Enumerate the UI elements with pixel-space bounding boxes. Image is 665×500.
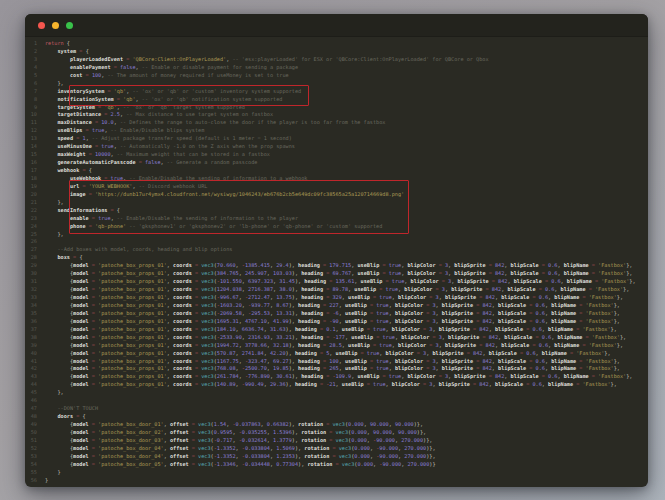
code-line[interactable]: 49 {model = 'patoche_box_door_01', offse… [25,421,648,429]
code-line[interactable]: 55 } [25,469,648,477]
code-line[interactable]: 4 enablePayment = false, -- Enable or di… [25,64,648,72]
code-line[interactable]: 18 useWebhook = true, -- Enable/Disable … [25,175,648,183]
code-line[interactable]: 25 }, [25,231,648,239]
code-line[interactable]: 36 {model = 'patoche_box_props_01', coor… [25,318,648,326]
code-text: speed = 1, -- Adjust package transfer sp… [45,135,292,143]
code-line[interactable]: 50 {model = 'patoche_box_door_02', offse… [25,429,648,437]
code-line[interactable]: 3 playerLoadedEvent = 'QBCore:Client:OnP… [25,56,648,64]
code-line[interactable]: 48 doors = { [25,413,648,421]
line-number: 14 [25,143,37,151]
code-editor-content[interactable]: 1return {2 system = {3 playerLoadedEvent… [25,37,648,485]
code-line[interactable]: 43 {model = 'patoche_box_props_01', coor… [25,373,648,381]
code-line[interactable]: 26 [25,238,648,246]
code-line[interactable]: 52 {model = 'patoche_box_door_04', offse… [25,445,648,453]
code-text: system = { [45,48,89,56]
code-line[interactable]: 12 useBlips = true, -- Enable/Disable bl… [25,127,648,135]
code-line[interactable]: 14 useMinusOne = true, -- Automatically … [25,143,648,151]
line-number: 46 [25,397,37,405]
code-line[interactable]: 53 {model = 'patoche_box_door_04', offse… [25,453,648,461]
line-number: 25 [25,231,37,239]
code-line[interactable]: 51 {model = 'patoche_box_door_03', offse… [25,437,648,445]
code-line[interactable]: 46 [25,397,648,405]
code-line[interactable]: 44 {model = 'patoche_box_props_01', coor… [25,381,648,389]
window-titlebar [25,14,648,37]
code-line[interactable]: 6 }, [25,80,648,88]
code-line[interactable]: 45 }, [25,389,648,397]
line-number: 17 [25,167,37,175]
code-line[interactable]: 40 {model = 'patoche_box_props_01', coor… [25,350,648,358]
code-line[interactable]: 41 {model = 'patoche_box_props_01', coor… [25,358,648,366]
code-line[interactable]: 31 {model = 'patoche_box_props_01', coor… [25,278,648,286]
code-line[interactable]: 23 enable = true, -- Enable/Disable the … [25,215,648,223]
code-text: }, [45,80,64,88]
line-number: 54 [25,461,37,469]
code-line[interactable]: 38 {model = 'patoche_box_props_01', coor… [25,334,648,342]
code-line[interactable]: 37 {model = 'patoche_box_props_01', coor… [25,326,648,334]
line-number: 22 [25,207,37,215]
code-text: }, [45,389,64,397]
line-number: 33 [25,294,37,302]
code-line[interactable]: 1return { [25,40,648,48]
code-line[interactable]: 32 {model = 'patoche_box_props_01', coor… [25,286,648,294]
line-number: 15 [25,151,37,159]
code-text: {model = 'patoche_box_door_04', offset =… [45,453,436,461]
code-line[interactable]: 54 {model = 'patoche_box_door_05', offse… [25,461,648,469]
code-line[interactable]: 16 generateAutomaticPasscode = false, --… [25,159,648,167]
code-line[interactable]: 22 sendInformations = { [25,207,648,215]
code-line[interactable]: 11 maxDistance = 10.0, -- Defines the ra… [25,119,648,127]
code-line[interactable]: 2 system = { [25,48,648,56]
code-line[interactable]: 10 targetDistance = 2.5, -- Max distance… [25,111,648,119]
code-line[interactable]: 56} [25,477,648,485]
line-number: 55 [25,469,37,477]
code-line[interactable]: 28 boxs = { [25,254,648,262]
code-line[interactable]: 29 {model = 'patoche_box_props_01', coor… [25,262,648,270]
code-line[interactable]: 24 phone = 'qb-phone' -- 'gksphonev1' or… [25,223,648,231]
line-number: 11 [25,119,37,127]
code-line[interactable]: 13 speed = 1, -- Adjust package transfer… [25,135,648,143]
code-line[interactable]: 5 cost = 100, -- The amount of money req… [25,72,648,80]
code-text: useBlips = true, -- Enable/Disable blips… [45,127,204,135]
close-button[interactable] [38,22,45,29]
line-number: 56 [25,477,37,485]
code-text: return { [45,40,70,48]
line-number: 48 [25,413,37,421]
code-line[interactable]: 15 maxWeight = 10000, -- Maximum weight … [25,151,648,159]
code-line[interactable]: 19 url = 'YOUR_WEBHOOK', -- Discord webh… [25,183,648,191]
code-line[interactable]: 42 {model = 'patoche_box_props_01', coor… [25,365,648,373]
line-number: 5 [25,72,37,80]
code-text: }, [45,199,64,207]
line-number: 30 [25,270,37,278]
code-line[interactable]: 20 image = 'https://dunb17ur4ymx4.cloudf… [25,191,648,199]
line-number: 4 [25,64,37,72]
line-number: 34 [25,302,37,310]
code-text: {model = 'patoche_box_door_04', offset =… [45,445,436,453]
code-text: {model = 'patoche_box_props_01', coords … [45,358,620,366]
code-line[interactable]: 17 webhook = { [25,167,648,175]
code-line[interactable]: 35 {model = 'patoche_box_props_01', coor… [25,310,648,318]
maximize-button[interactable] [66,22,73,29]
code-text: --DON'T TOUCH [45,405,98,413]
line-number: 41 [25,358,37,366]
line-number: 47 [25,405,37,413]
code-text: {model = 'patoche_box_props_01', coords … [45,373,632,381]
code-text: {model = 'patoche_box_props_01', coords … [45,381,617,389]
code-line[interactable]: 47 --DON'T TOUCH [25,405,648,413]
code-text: {model = 'patoche_box_door_01', offset =… [45,421,423,429]
code-line[interactable]: 21 }, [25,199,648,207]
minimize-button[interactable] [52,22,59,29]
code-line[interactable]: 7 inventorySystem = 'qb', -- 'ox' or 'qb… [25,88,648,96]
code-line[interactable]: 39 {model = 'patoche_box_props_01', coor… [25,342,648,350]
code-line[interactable]: 34 {model = 'patoche_box_props_01', coor… [25,302,648,310]
code-line[interactable]: 8 notificationSystem = 'qb', -- 'ox' or … [25,96,648,104]
code-line[interactable]: 27 --Add boxes with model, coords, headi… [25,246,648,254]
code-text: enablePayment = false, -- Enable or disa… [45,64,298,72]
line-number: 24 [25,223,37,231]
code-lines: 1return {2 system = {3 playerLoadedEvent… [25,40,648,485]
code-text: cost = 100, -- The amount of money requi… [45,72,289,80]
line-number: 29 [25,262,37,270]
code-line[interactable]: 30 {model = 'patoche_box_props_01', coor… [25,270,648,278]
code-line[interactable]: 33 {model = 'patoche_box_props_01', coor… [25,294,648,302]
code-text: generateAutomaticPasscode = false, -- Ge… [45,159,257,167]
code-line[interactable]: 9 targetSystem = 'qb', -- 'ox' or 'qb' t… [25,104,648,112]
line-number: 26 [25,238,37,246]
